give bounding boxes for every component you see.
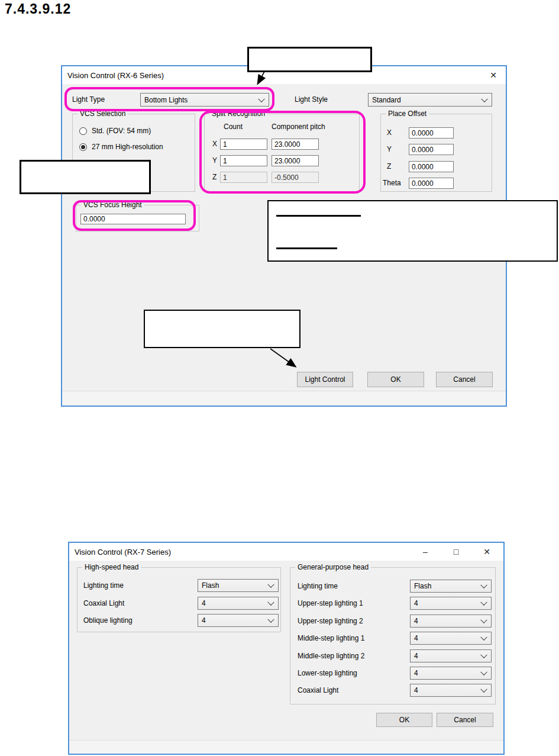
minimize-button[interactable]: – [413,543,438,561]
vcs-focus-height-input[interactable] [80,214,186,224]
radio-checked-icon [79,143,87,151]
general-purpose-head-group: General-purpose head Lighting time Flash… [290,567,496,704]
callout-box-light-type [247,47,372,72]
split-recognition-group: Split Recognition Count Component pitch … [204,114,360,192]
cancel-button[interactable]: Cancel [437,713,493,727]
count-column-header: Count [224,123,243,131]
close-icon: ✕ [483,547,490,556]
combo-value: 4 [414,686,418,694]
chevron-down-icon [267,599,274,606]
gp-lighting-time-select[interactable]: Flash [410,580,492,593]
close-button[interactable]: ✕ [474,543,499,561]
maximize-button[interactable]: □ [444,543,468,561]
callout-box-notes [267,200,558,262]
split-axis-label: Y [212,155,217,166]
gp-lower-step-select[interactable]: 4 [410,667,492,680]
gp-upper-step-1-select[interactable]: 4 [410,597,492,610]
row-label: Oblique lighting [83,614,133,627]
split-pitch-y-input[interactable] [272,155,319,166]
general-purpose-head-group-label: General-purpose head [295,563,371,571]
radio-27mm-label: 27 mm High-resolution [92,143,163,151]
close-icon: ✕ [490,70,497,80]
row-label: Coaxial Light [298,684,338,697]
split-count-z-input [220,172,267,183]
gp-middle-step-1-select[interactable]: 4 [410,632,492,645]
chevron-down-icon [480,582,487,588]
light-style-label: Light Style [295,93,328,107]
rx7-title: Vision Control (RX-7 Series) [75,548,171,556]
chevron-down-icon [267,616,274,623]
close-button[interactable]: ✕ [481,66,506,84]
component-pitch-column-header: Component pitch [272,123,325,131]
dialog-footer-strip [62,391,506,406]
combo-value: 4 [414,669,418,677]
split-pitch-x-input[interactable] [272,139,319,150]
row-label: Lighting time [298,580,338,593]
combo-value: Flash [202,581,219,590]
split-recognition-group-label: Split Recognition [209,110,267,118]
ok-button[interactable]: OK [367,372,424,387]
offset-axis-label: X [387,127,392,139]
cancel-button[interactable]: Cancel [436,372,493,387]
vcs-focus-height-group-label: VCS Focus Height [81,201,144,209]
callout-box-vcs-selection [20,160,151,194]
row-label: Upper-step lighting 2 [298,615,363,628]
chevron-down-icon [480,599,487,606]
annotation-underline [276,215,361,217]
combo-value: 4 [414,617,418,625]
combo-value: Flash [414,582,431,590]
annotation-underline [276,247,337,249]
split-axis-label: Z [212,172,217,183]
offset-y-input[interactable] [409,144,454,155]
gp-middle-step-2-select[interactable]: 4 [410,649,492,662]
ok-button[interactable]: OK [376,713,432,727]
chevron-down-icon [480,669,487,675]
chevron-down-icon [480,634,487,641]
offset-theta-input[interactable] [409,178,454,189]
light-type-select[interactable]: Bottom Lights [140,93,269,107]
light-type-value: Bottom Lights [144,96,188,104]
vcs-focus-height-group: VCS Focus Height [76,205,199,231]
vcs-selection-group-label: VCS Selection [77,110,128,118]
offset-axis-label: Theta [383,178,401,189]
combo-value: 4 [414,599,418,607]
place-offset-group: Place Offset X Y Z Theta [380,114,492,192]
chevron-down-icon [481,95,487,102]
row-label: Middle-step lighting 2 [298,649,364,662]
light-type-label: Light Type [72,93,105,107]
combo-value: 4 [414,634,418,642]
offset-axis-label: Y [387,144,392,155]
radio-std-fov-label: Std. (FOV: 54 mm) [92,127,151,135]
combo-value: 4 [202,599,206,607]
light-style-value: Standard [372,96,401,104]
radio-27mm-high-res[interactable]: 27 mm High-resolution [79,143,163,151]
high-speed-head-group: High-speed head Lighting time Flash Coax… [77,567,281,632]
light-style-select[interactable]: Standard [368,93,492,107]
row-label: Lighting time [83,579,124,592]
chevron-down-icon [267,581,274,588]
split-count-x-input[interactable] [220,139,267,150]
chevron-down-icon [480,617,487,623]
gp-upper-step-2-select[interactable]: 4 [410,615,492,628]
row-label: Middle-step lighting 1 [298,632,364,645]
hs-coaxial-light-select[interactable]: 4 [198,597,279,610]
rx7-dialog: Vision Control (RX-7 Series) – □ ✕ High-… [68,542,505,755]
place-offset-group-label: Place Offset [386,110,429,118]
row-label: Lower-step lighting [298,667,357,680]
gp-coaxial-light-select[interactable]: 4 [410,684,492,697]
split-pitch-z-input [272,172,319,183]
offset-axis-label: Z [387,161,391,172]
hs-lighting-time-select[interactable]: Flash [198,579,279,592]
offset-x-input[interactable] [409,127,454,139]
row-label: Upper-step lighting 1 [298,597,363,610]
radio-std-fov[interactable]: Std. (FOV: 54 mm) [79,127,151,135]
offset-z-input[interactable] [409,161,454,172]
high-speed-head-group-label: High-speed head [82,563,141,571]
chevron-down-icon [258,95,264,102]
light-control-button[interactable]: Light Control [297,372,353,387]
hs-oblique-lighting-select[interactable]: 4 [198,614,279,627]
chevron-down-icon [480,686,487,693]
split-count-y-input[interactable] [220,155,267,166]
rx6-title: Vision Control (RX-6 Series) [67,71,164,80]
rx7-titlebar: Vision Control (RX-7 Series) [69,543,503,561]
